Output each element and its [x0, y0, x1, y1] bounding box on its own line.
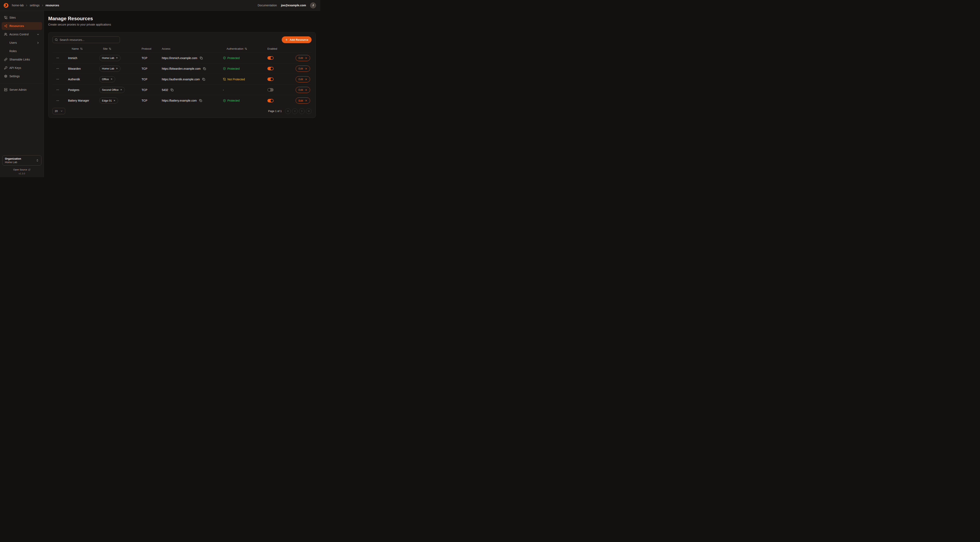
resource-protocol: TCP [142, 67, 162, 70]
link-icon [4, 58, 7, 61]
sidebar-item-api-keys[interactable]: API Keys [2, 64, 42, 72]
chevrons-right-icon [307, 110, 310, 112]
row-menu-button[interactable] [55, 98, 60, 104]
edit-button[interactable]: Edit [296, 87, 310, 93]
sort-icon [245, 48, 247, 50]
organization-texts: Organization Home Lab [5, 157, 21, 164]
site-link[interactable]: Office [99, 76, 115, 82]
next-page-button[interactable] [299, 108, 305, 114]
arrow-right-icon [304, 99, 307, 102]
sort-icon [80, 48, 83, 50]
sidebar-item-label: Resources [10, 24, 24, 27]
user-email[interactable]: joe@example.com [281, 4, 306, 7]
pangolin-logo-icon [3, 3, 9, 8]
resource-name: Immich [68, 56, 99, 60]
enabled-toggle[interactable] [267, 88, 274, 92]
resource-name: Battery Manager [68, 99, 99, 102]
sidebar-item-users[interactable]: Users [2, 39, 42, 46]
access-url: https://battery.example.com [162, 99, 197, 102]
copy-access-button[interactable] [201, 77, 206, 81]
site-link[interactable]: Home Lab [99, 65, 121, 72]
column-label: Access [162, 47, 170, 50]
row-menu-button[interactable] [55, 77, 60, 82]
sidebar-item-server-admin[interactable]: Server Admin [2, 86, 42, 94]
copy-access-button[interactable] [199, 56, 204, 60]
sidebar-item-sites[interactable]: Sites [2, 14, 42, 21]
site-link[interactable]: Home Lab [99, 55, 121, 61]
chevrons-left-icon [286, 110, 289, 112]
last-page-button[interactable] [306, 108, 312, 114]
row-menu-button[interactable] [55, 87, 60, 93]
arrow-up-right-icon [110, 78, 113, 80]
resource-access: https://authentik.example.com [162, 77, 223, 81]
organization-value: Home Lab [5, 161, 21, 164]
table-header-row: Name Site Protocol [52, 45, 312, 53]
site-name: Edge 01 [102, 99, 112, 102]
sidebar-item-resources[interactable]: Resources [2, 22, 42, 30]
documentation-link[interactable]: Documentation [258, 4, 277, 7]
organization-picker[interactable]: Organization Home Lab [2, 155, 41, 166]
chevron-right-icon [37, 41, 40, 45]
resource-name: Postgres [68, 88, 99, 92]
row-menu-button[interactable] [55, 66, 60, 72]
first-page-button[interactable] [285, 108, 291, 114]
column-header-authentication[interactable]: Authentication [223, 47, 267, 50]
enabled-toggle[interactable] [267, 56, 274, 60]
breadcrumb-org[interactable]: home-lab [12, 4, 24, 7]
add-resource-button[interactable]: Add Resource [282, 37, 312, 43]
avatar-initial: J [312, 4, 314, 7]
resources-table: Name Site Protocol [52, 45, 312, 106]
chevron-down-icon [37, 33, 40, 36]
edit-button[interactable]: Edit [296, 55, 310, 61]
app-root: home-lab settings resources Documentatio… [0, 0, 320, 177]
edit-button[interactable]: Edit [296, 76, 310, 82]
app-logo-icon[interactable] [3, 2, 10, 9]
column-header-enabled: Enabled [267, 47, 296, 50]
previous-page-button[interactable] [292, 108, 298, 114]
table-row: Postgres Second Office TCP 5432 [52, 84, 312, 95]
arrow-right-icon [304, 57, 307, 59]
sidebar-item-settings[interactable]: Settings [2, 72, 42, 80]
ellipsis-icon [56, 88, 59, 91]
search-icon [55, 38, 58, 41]
resource-protocol: TCP [142, 88, 162, 92]
column-header-name[interactable]: Name [68, 47, 99, 50]
page-size-value: 20 [55, 110, 57, 113]
auth-status: Protected [223, 99, 267, 102]
enabled-toggle[interactable] [267, 78, 274, 81]
sidebar-item-shareable-links[interactable]: Shareable Links [2, 56, 42, 63]
user-avatar[interactable]: J [310, 2, 316, 8]
enabled-toggle[interactable] [267, 67, 274, 70]
resource-access: https://immich.example.com [162, 56, 223, 60]
copy-access-button[interactable] [202, 67, 207, 71]
ellipsis-icon [56, 78, 59, 81]
arrow-right-icon [304, 89, 307, 91]
pagination-bar: 20 Page 1 of 1 [52, 108, 312, 114]
breadcrumb-settings[interactable]: settings [30, 4, 40, 7]
sidebar-item-roles[interactable]: Roles [2, 47, 42, 55]
search-input[interactable] [52, 37, 120, 43]
row-menu-button[interactable] [55, 55, 60, 61]
column-label: Protocol [142, 47, 151, 50]
edit-button[interactable]: Edit [296, 65, 310, 72]
page-size-select[interactable]: 20 [52, 108, 65, 114]
copy-access-button[interactable] [198, 98, 203, 103]
edit-label: Edit [299, 88, 303, 91]
external-link-icon [28, 169, 30, 171]
sidebar: Sites Resources Access Control [0, 11, 44, 177]
copy-access-button[interactable] [170, 88, 174, 92]
site-link[interactable]: Edge 01 [99, 97, 118, 104]
sidebar-item-access-control[interactable]: Access Control [2, 30, 42, 38]
site-link[interactable]: Second Office [99, 87, 125, 93]
edit-button[interactable]: Edit [296, 97, 310, 104]
app-version: v1.3.0 [19, 172, 25, 175]
open-source-link[interactable]: Open Source [13, 168, 30, 171]
resource-access: https://battery.example.com [162, 98, 223, 103]
column-header-site[interactable]: Site [99, 47, 142, 50]
add-resource-label: Add Resource [290, 38, 308, 41]
enabled-toggle[interactable] [267, 99, 274, 102]
copy-icon [199, 99, 202, 102]
sidebar-item-label: Roles [10, 49, 17, 53]
sidebar-nav: Sites Resources Access Control [0, 14, 44, 94]
sidebar-item-label: Server Admin [10, 88, 27, 91]
